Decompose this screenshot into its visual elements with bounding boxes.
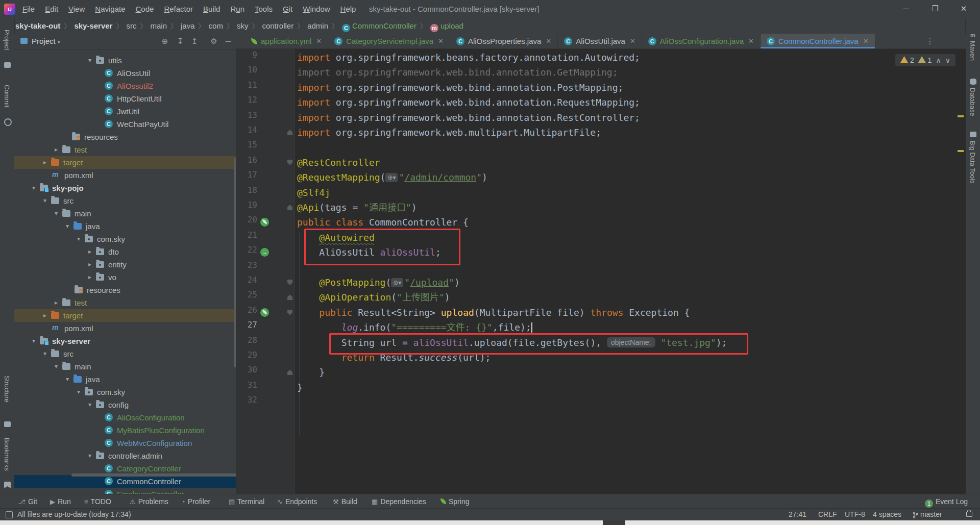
tool-button-maven[interactable]: Maven [969, 41, 976, 61]
chevron-expanded-icon[interactable]: ▾ [52, 207, 60, 220]
tab-close-icon[interactable]: ✕ [630, 37, 635, 45]
tool-button-commit[interactable]: Commit [3, 85, 11, 108]
caret-position[interactable]: 27:41 [789, 509, 806, 520]
tab-commoncontroller-java[interactable]: CCommonController.java✕ [761, 34, 875, 48]
tree-row-vo[interactable]: ▸vo [14, 271, 236, 284]
tree-row-employeecontroller[interactable]: CEmployeeController [14, 488, 236, 494]
chevron-expanded-icon[interactable]: ▾ [86, 398, 94, 411]
chevron-expanded-icon[interactable]: ▾ [52, 360, 60, 373]
indent-setting[interactable]: 4 spaces [873, 509, 901, 520]
tool-button-structure[interactable]: Structure [3, 376, 11, 403]
breadcrumb-item-sky-take-out[interactable]: sky-take-out [15, 21, 60, 30]
menu-help[interactable]: Help [335, 0, 361, 18]
tree-row-test[interactable]: ▸test [14, 296, 236, 309]
breadcrumb-item-upload[interactable]: mupload [430, 21, 463, 30]
tab-options-kebab-icon[interactable]: ⋮ [924, 34, 936, 49]
tree-row-target[interactable]: ▸target [14, 156, 236, 169]
tree-row-aliossconfiguration[interactable]: CAliOssConfiguration [14, 411, 236, 424]
menu-file[interactable]: File [17, 0, 40, 18]
tab-close-icon[interactable]: ✕ [863, 37, 869, 45]
tree-row-dto[interactable]: ▸dto [14, 245, 236, 258]
tree-row-java[interactable]: ▾java [14, 220, 236, 233]
breadcrumb-item-commoncontroller[interactable]: CCommonController [342, 21, 416, 30]
chevron-expanded-icon[interactable]: ▾ [41, 347, 49, 360]
menu-build[interactable]: Build [198, 0, 225, 18]
code-editor[interactable]: 9import org.springframework.beans.factor… [236, 49, 966, 494]
tab-aliossconfiguration-java[interactable]: CAliOssConfiguration.java✕ [642, 34, 761, 48]
prev-warning-icon[interactable]: ∧ [936, 56, 941, 64]
tool-button-big-data-tools[interactable]: Big Data Tools [969, 141, 976, 184]
tree-row-java[interactable]: ▾java [14, 373, 236, 386]
close-button[interactable]: ✕ [952, 0, 975, 18]
breadcrumb-item-controller[interactable]: controller [262, 21, 293, 30]
tree-row-sky-pojo[interactable]: ▾sky-pojo [14, 182, 236, 194]
tree-row-mybatisplusconfiguration[interactable]: CMyBatisPlusConfiguration [14, 424, 236, 437]
menu-git[interactable]: Git [278, 0, 298, 18]
chevron-collapsed-icon[interactable]: ▸ [52, 296, 60, 309]
tool-button-git[interactable]: ⎇Git [18, 494, 37, 509]
tool-button-profiler[interactable]: ◔Profiler [181, 494, 210, 509]
tab-close-icon[interactable]: ✕ [316, 37, 322, 45]
tree-row-pom-xml[interactable]: mpom.xml [14, 322, 236, 335]
tree-row-sky-server[interactable]: ▾sky-server [14, 335, 236, 347]
inspections-widget[interactable]: 2 1 ∧ ∨ [895, 54, 955, 66]
tool-button-spring[interactable]: Spring [440, 494, 469, 509]
tool-button-build[interactable]: ⚒Build [333, 494, 357, 509]
collapse-all-icon[interactable]: ↥ [188, 34, 201, 49]
menu-run[interactable]: Run [225, 0, 250, 18]
menu-view[interactable]: View [63, 0, 90, 18]
menu-navigate[interactable]: Navigate [90, 0, 130, 18]
project-view-selector[interactable]: Project ▾ [32, 34, 60, 50]
minimize-button[interactable]: ─ [895, 0, 917, 18]
tab-application-yml[interactable]: application.yml✕ [245, 34, 328, 48]
chevron-expanded-icon[interactable]: ▾ [75, 233, 83, 245]
chevron-collapsed-icon[interactable]: ▸ [86, 258, 94, 271]
tree-row-config[interactable]: ▾config [14, 398, 236, 411]
chevron-collapsed-icon[interactable]: ▸ [86, 245, 94, 258]
tab-aliossutil-java[interactable]: CAliOssUtil.java✕ [558, 34, 642, 48]
tree-row-test[interactable]: ▸test [14, 143, 236, 156]
chevron-collapsed-icon[interactable]: ▸ [52, 143, 60, 156]
tree-row-webmvcconfiguration[interactable]: CWebMvcConfiguration [14, 437, 236, 449]
chevron-expanded-icon[interactable]: ▾ [63, 373, 71, 386]
tab-aliossproperties-java[interactable]: CAliOssProperties.java✕ [450, 34, 558, 48]
tree-row-com-sky[interactable]: ▾com.sky [14, 233, 236, 245]
tool-button-bookmarks[interactable]: Bookmarks [3, 438, 11, 471]
maximize-button[interactable]: ❐ [924, 0, 946, 18]
git-branch[interactable]: master [913, 509, 942, 520]
chevron-expanded-icon[interactable]: ▾ [75, 386, 83, 398]
event-log-button[interactable]: 1Event Log [925, 494, 968, 509]
tree-row-src[interactable]: ▾src [14, 347, 236, 360]
breadcrumb-item-src[interactable]: src [126, 21, 136, 30]
chevron-expanded-icon[interactable]: ▾ [86, 54, 94, 67]
menu-code[interactable]: Code [131, 0, 159, 18]
project-tree-horizontal-scrollbar[interactable] [71, 473, 236, 477]
tool-button-terminal[interactable]: ▤Terminal [229, 494, 264, 509]
tree-row-httpclientutil[interactable]: CHttpClientUtil [14, 92, 236, 105]
tool-button-dependencies[interactable]: ▦Dependencies [372, 494, 426, 509]
chevron-expanded-icon[interactable]: ▾ [30, 182, 38, 194]
breadcrumb-item-sky-server[interactable]: sky-server [74, 21, 112, 30]
tool-button-run[interactable]: ▶Run [50, 494, 71, 509]
next-warning-icon[interactable]: ∨ [945, 56, 950, 64]
tree-row-wechatpayutil[interactable]: CWeChatPayUtil [14, 118, 236, 131]
chevron-collapsed-icon[interactable]: ▸ [41, 156, 49, 169]
chevron-expanded-icon[interactable]: ▾ [86, 449, 94, 462]
tree-row-src[interactable]: ▾src [14, 194, 236, 207]
select-opened-file-icon[interactable]: ⊕ [158, 34, 172, 49]
hide-panel-icon[interactable]: ─ [222, 34, 235, 49]
menu-edit[interactable]: Edit [40, 0, 63, 18]
tool-button-project[interactable]: Project [3, 30, 11, 50]
unlocked-icon[interactable] [966, 512, 972, 517]
tree-row-aliossutil[interactable]: CAliOssUtil [14, 67, 236, 80]
chevron-expanded-icon[interactable]: ▾ [30, 335, 38, 347]
tool-button-problems[interactable]: ⚠Problems [130, 494, 168, 509]
breadcrumb-item-java[interactable]: java [181, 21, 195, 30]
tab-close-icon[interactable]: ✕ [748, 37, 754, 45]
error-stripe-mark[interactable] [958, 115, 964, 117]
tree-row-com-sky[interactable]: ▾com.sky [14, 386, 236, 398]
chevron-expanded-icon[interactable]: ▾ [63, 220, 71, 233]
taskbar-app-icon[interactable] [603, 520, 625, 525]
tree-row-resources[interactable]: resources [14, 131, 236, 143]
tree-row-resources[interactable]: resources [14, 284, 236, 296]
